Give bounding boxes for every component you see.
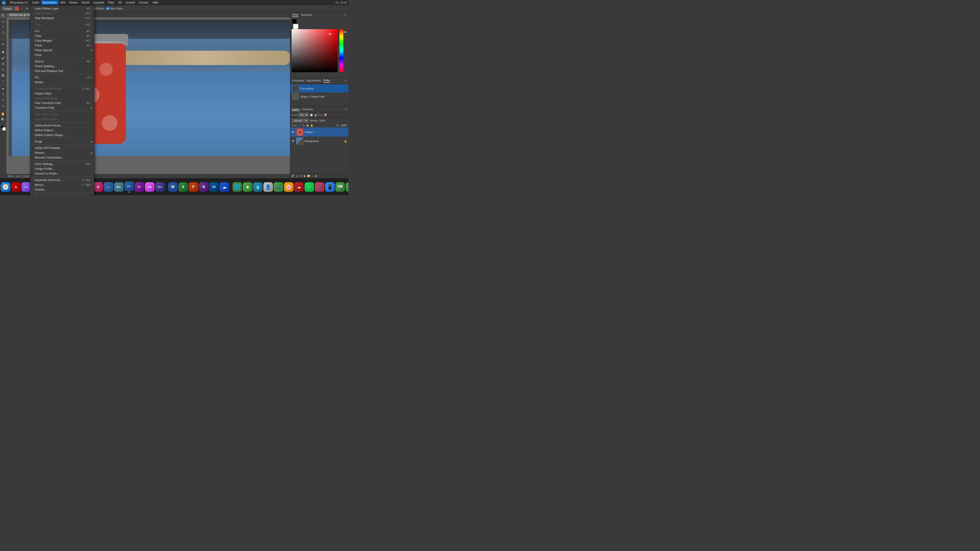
tool-path-select[interactable]: ↗ [0,98,6,103]
dock-launchpad[interactable]: ⊞ [0,181,0,193]
group-icon[interactable]: 📁 [307,174,310,178]
dock-maps[interactable]: 🗺 [336,181,345,193]
menu-color-settings[interactable]: Color Settings... ⇧⌘K [30,162,94,167]
menu-edit[interactable]: Bearbeiten [41,0,58,5]
menu-content-aware-scale[interactable]: Content-Aware Scale ⌥⇧⌘C [30,86,94,91]
dock-onenote[interactable]: N [199,181,208,193]
layer-shape1[interactable]: 👁 Shape 1 [290,127,348,137]
menu-menus[interactable]: Menus... ⌥⇧⌘M [30,183,94,187]
menu-transform-path[interactable]: Transform Path [30,105,94,110]
menu-define-brush[interactable]: Define Brush Preset... [30,123,94,128]
menu-auto-blend[interactable]: Auto-Blend Layers... [30,117,94,121]
fg-bg-colors[interactable] [0,125,6,130]
menu-assign-profile[interactable]: Assign Profile... [30,167,94,171]
filter-type-icon[interactable]: T [318,113,319,117]
dock-spotify[interactable]: ♫ [305,181,314,193]
menu-3d[interactable]: 3D [116,0,124,5]
menu-select[interactable]: Auswahl [92,0,106,5]
menu-auto-align[interactable]: Auto-Align Layers... [30,112,94,117]
menu-diktat[interactable]: Diktat starten fn fn [30,194,94,195]
tool-heal[interactable]: ✚ [0,49,6,55]
lock-all-icon[interactable]: 🔒 [310,124,313,127]
tab-swatches[interactable]: Swatches [301,13,312,17]
dock-ppt[interactable]: P [189,181,198,193]
delete-layer-icon[interactable]: 🗑 [315,175,317,178]
lock-artboard-icon[interactable]: ▣ [306,124,309,127]
menu-keyboard-shortcuts[interactable]: Keyboard Shortcuts... ⌥⇧⌘K [30,178,94,183]
menu-define-pattern[interactable]: Define Pattern... [30,128,94,133]
tool-pen[interactable]: ✒ [0,86,6,91]
dock-mu[interactable]: Mu [114,181,124,193]
dock-id[interactable]: Id [94,181,103,193]
tab-adjustments[interactable]: Adjustments [307,79,321,83]
menu-presets[interactable]: Presets [30,151,94,155]
tab-channels[interactable]: Channels [302,108,313,111]
menu-copy[interactable]: Copy ⌘C [30,33,94,38]
tool-type[interactable]: T [0,92,6,97]
menu-fill[interactable]: Fill... ⇧F5 [30,75,94,80]
lock-pixels-icon[interactable]: ⬚ [299,124,301,127]
menu-photoshop[interactable]: Photoshop CC [8,0,30,5]
tool-hand[interactable]: ✋ [0,111,6,116]
layer-kind-select[interactable]: Kind [298,113,309,117]
path-item-cup-outline[interactable]: Cup outline [290,84,348,92]
tool-eraser[interactable]: ◻ [0,67,6,72]
menu-define-custom-shape[interactable]: Define Custom Shape... [30,133,94,138]
tab-color[interactable]: Color [292,13,298,17]
menu-fade[interactable]: Fade... ⇧⌘F [30,22,94,27]
menu-help[interactable]: Hilfe [151,0,160,5]
tool-eyedropper[interactable]: ✏ [0,41,6,47]
dock-excel[interactable]: X [178,181,188,193]
dock-photos[interactable]: 🌸 [284,181,294,193]
color-picker[interactable] [292,29,345,72]
blend-mode-select[interactable]: Normal [292,119,309,123]
background-color[interactable] [2,127,6,130]
dock-reeder[interactable]: ★ [243,181,252,193]
menu-copy-merged[interactable]: Copy Merged ⇧⌘C [30,38,94,43]
tool-gradient[interactable]: ▥ [0,73,6,78]
menu-paste-special[interactable]: Paste Special [30,48,94,52]
tool-crop[interactable]: ⬚ [0,36,6,41]
menu-image[interactable]: Bild [59,0,67,5]
menu-undo[interactable]: Undo Delete Layer ⌘Z [30,6,94,11]
color-gradient[interactable] [292,29,337,72]
dock-lr[interactable]: Lr [104,181,113,193]
tool-stamp[interactable]: ◎ [0,61,6,66]
menu-convert-profile[interactable]: Convert to Profile... [30,171,94,176]
link-layers-icon[interactable]: 🔗 [291,174,294,178]
dock-appstore[interactable]: 📱 [325,181,335,193]
tool-shape[interactable]: ▭ [0,103,6,109]
menu-puppet-warp[interactable]: Puppet Warp [30,91,94,96]
hue-slider[interactable] [339,29,343,72]
menu-cut[interactable]: Cut ⌘X [30,29,94,33]
menu-adobe-pdf[interactable]: Adobe PDF Presets... [30,146,94,151]
menu-find-replace[interactable]: Find and Replace Text... [30,68,94,73]
filter-shape-icon[interactable]: ▭ [320,113,323,117]
paths-panel-menu[interactable]: ≡ [345,79,347,83]
menu-remote-conn[interactable]: Remote Connections... [30,155,94,160]
filter-adj-icon[interactable]: ◑ [314,113,317,117]
layer-vis-bg[interactable]: 👁 [292,140,295,143]
tab-paths[interactable]: Paths [323,78,330,83]
dock-contacts[interactable]: 👤 [263,181,273,193]
dock-onedrive[interactable]: ☁ [220,181,229,193]
shape-selector[interactable]: Shape [2,6,13,11]
dock-facetime[interactable]: 📹 [274,181,283,193]
dock-word[interactable]: W [168,181,178,193]
filter-pixel-icon[interactable]: 🔲 [310,113,313,117]
menu-perspective-warp[interactable]: Perspective Warp [30,96,94,101]
dock-acrobat[interactable]: A [11,181,21,193]
fill-color-swatch[interactable] [15,7,19,11]
menu-search[interactable]: Search ⌘F [30,59,94,64]
dock-pr[interactable]: Pr [135,181,144,193]
tool-brush[interactable]: 🖌 [0,55,6,60]
tool-lasso[interactable]: ⌇ [0,24,6,30]
adj-icon[interactable]: ◑ [303,174,305,178]
dock-creativec[interactable]: ☁ [294,181,304,193]
menu-toolbar[interactable]: Toolbar... [30,187,94,192]
menu-step-backward[interactable]: Step Backward ⌥⌘Z [30,16,94,21]
menu-purge[interactable]: Purge [30,139,94,144]
dock-xd[interactable]: Xd [145,181,154,193]
dock-ps[interactable]: Ps [124,181,134,193]
opacity-value[interactable]: 100% [319,119,325,122]
